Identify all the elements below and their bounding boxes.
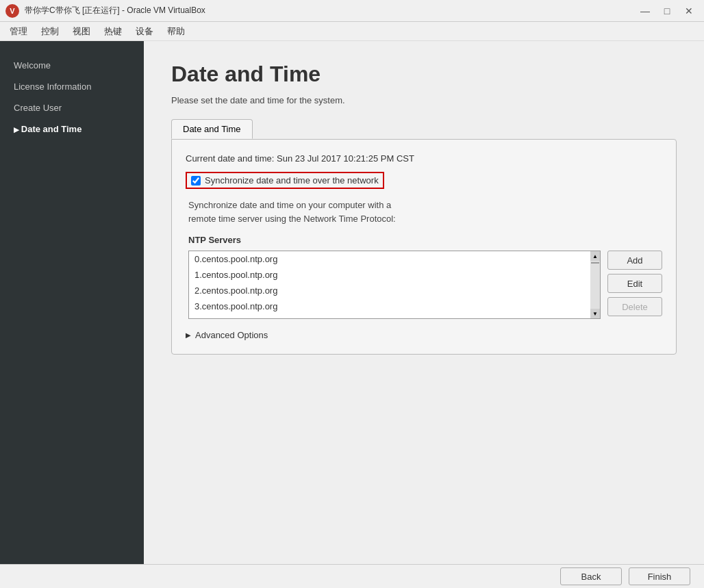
arrow-right-icon: ▶ [186, 331, 191, 339]
delete-button[interactable]: Delete [607, 297, 662, 316]
ntp-title: NTP Servers [188, 235, 662, 245]
menu-view[interactable]: 视图 [66, 23, 97, 40]
add-button[interactable]: Add [607, 251, 662, 270]
page-title: Date and Time [171, 62, 677, 87]
main-window: Welcome License Information Create User … [0, 41, 704, 564]
window-controls: — □ ✕ [636, 3, 699, 18]
sync-desc-line1: Synchronize date and time on your comput… [188, 200, 391, 210]
finish-button[interactable]: Finish [629, 567, 690, 585]
sync-label[interactable]: Synchronize date and time over the netwo… [205, 175, 379, 186]
tab-header: Date and Time [171, 119, 677, 139]
content-area: Date and Time Please set the date and ti… [144, 41, 704, 564]
ntp-list-wrapper: 0.centos.pool.ntp.org 1.centos.pool.ntp.… [188, 251, 601, 319]
advanced-options-label: Advanced Options [195, 330, 268, 340]
ntp-section: NTP Servers 0.centos.pool.ntp.org 1.cent… [188, 235, 662, 319]
app-icon: V [5, 4, 19, 18]
sync-description: Synchronize date and time on your comput… [188, 199, 662, 225]
title-bar: V 带你学C带你飞 [正在运行] - Oracle VM VirtualBox … [0, 0, 704, 22]
advanced-options[interactable]: ▶ Advanced Options [186, 330, 662, 340]
restore-button[interactable]: □ [657, 3, 677, 18]
menu-control[interactable]: 控制 [34, 23, 66, 40]
back-button[interactable]: Back [560, 567, 622, 585]
scrollbar-thumb[interactable] [591, 262, 599, 264]
sync-desc-line2: remote time server using the Network Tim… [188, 214, 396, 224]
menu-bar: 管理 控制 视图 热键 设备 帮助 [0, 22, 704, 41]
sidebar: Welcome License Information Create User … [0, 41, 144, 564]
tab-container: Date and Time Current date and time: Sun… [171, 119, 677, 355]
sync-checkbox[interactable] [191, 176, 201, 186]
menu-manage[interactable]: 管理 [3, 23, 34, 40]
page-subtitle: Please set the date and time for the sys… [171, 95, 677, 105]
tab-datetime[interactable]: Date and Time [171, 119, 253, 139]
sidebar-item-create-user[interactable]: Create User [0, 97, 144, 118]
sidebar-item-date-time[interactable]: Date and Time [0, 118, 144, 140]
close-button[interactable]: ✕ [679, 3, 699, 18]
window-title: 带你学C带你飞 [正在运行] - Oracle VM VirtualBox [25, 5, 636, 16]
sync-checkbox-row[interactable]: Synchronize date and time over the netwo… [186, 172, 384, 189]
bottom-bar: Back Finish [0, 564, 704, 588]
tab-content: Current date and time: Sun 23 Jul 2017 1… [171, 139, 677, 355]
current-datetime-row: Current date and time: Sun 23 Jul 2017 1… [186, 153, 662, 164]
ntp-list[interactable]: 0.centos.pool.ntp.org 1.centos.pool.ntp.… [188, 251, 601, 319]
ntp-buttons: Add Edit Delete [607, 251, 662, 319]
scrollbar-up[interactable]: ▲ [590, 251, 600, 261]
menu-help[interactable]: 帮助 [160, 23, 192, 40]
ntp-entry-3[interactable]: 3.centos.pool.ntp.org [189, 298, 589, 314]
current-datetime-value: Sun 23 Jul 2017 10:21:25 PM CST [277, 153, 414, 164]
ntp-entry-1[interactable]: 1.centos.pool.ntp.org [189, 267, 589, 283]
ntp-entry-0[interactable]: 0.centos.pool.ntp.org [189, 251, 589, 267]
menu-hotkeys[interactable]: 热键 [97, 23, 129, 40]
menu-devices[interactable]: 设备 [129, 23, 160, 40]
current-datetime-label: Current date and time: [186, 153, 274, 164]
minimize-button[interactable]: — [636, 3, 655, 18]
edit-button[interactable]: Edit [607, 274, 662, 293]
sidebar-item-welcome[interactable]: Welcome [0, 55, 144, 76]
sidebar-item-license[interactable]: License Information [0, 76, 144, 97]
scrollbar-down[interactable]: ▼ [590, 309, 600, 318]
ntp-list-area: 0.centos.pool.ntp.org 1.centos.pool.ntp.… [188, 251, 662, 319]
ntp-entry-2[interactable]: 2.centos.pool.ntp.org [189, 283, 589, 298]
scrollbar-track: ▲ ▼ [590, 251, 600, 318]
